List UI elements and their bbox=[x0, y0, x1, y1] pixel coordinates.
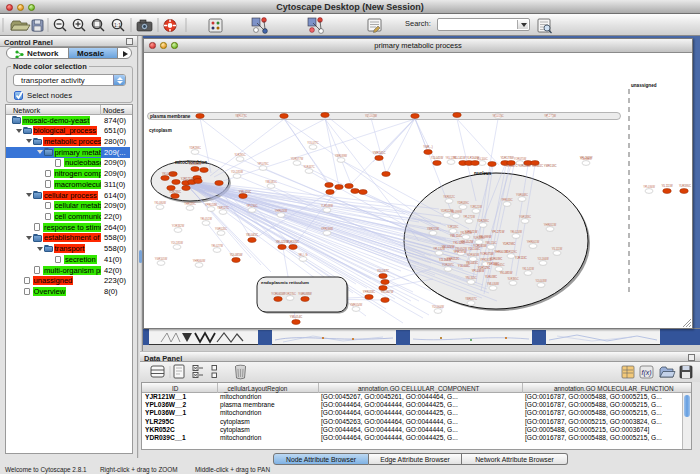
svg-text:YKR052C: YKR052C bbox=[443, 195, 455, 199]
svg-text:YLR295C: YLR295C bbox=[234, 153, 245, 157]
svg-text:YFR033C: YFR033C bbox=[501, 198, 513, 202]
svg-text:YMR054W: YMR054W bbox=[350, 303, 363, 307]
svg-text:YBL045C: YBL045C bbox=[246, 233, 258, 237]
svg-text:YMR145C: YMR145C bbox=[373, 151, 386, 155]
svg-text:unassigned: unassigned bbox=[631, 83, 657, 88]
svg-text:YGR...): YGR...) bbox=[423, 145, 432, 149]
svg-text:YKL016C: YKL016C bbox=[492, 114, 503, 118]
svg-text:cytoplasm: cytoplasm bbox=[149, 128, 172, 133]
svg-text:YDR039C: YDR039C bbox=[457, 201, 469, 205]
svg-text:YPL036W: YPL036W bbox=[643, 185, 655, 189]
svg-text:YJL166W: YJL166W bbox=[537, 257, 549, 261]
svg-text:YGR183C: YGR183C bbox=[487, 262, 500, 266]
svg-text:YHR001W: YHR001W bbox=[527, 240, 540, 244]
svg-text:YHR060W: YHR060W bbox=[193, 259, 206, 263]
svg-text:YHR026W: YHR026W bbox=[275, 209, 288, 213]
svg-text:YJR121W: YJR121W bbox=[470, 205, 482, 209]
svg-text:YIL111W: YIL111W bbox=[661, 184, 672, 188]
svg-text:YOR297C: YOR297C bbox=[442, 263, 454, 267]
svg-text:YDR529C: YDR529C bbox=[478, 266, 491, 270]
svg-text:YLR148W: YLR148W bbox=[321, 204, 333, 208]
svg-text:YDL004W: YDL004W bbox=[365, 114, 377, 118]
svg-text:YDR039C: YDR039C bbox=[490, 257, 503, 261]
svg-text:YJR121W: YJR121W bbox=[181, 177, 194, 181]
svg-text:YML120C: YML120C bbox=[239, 190, 251, 194]
svg-text:YDR178W: YDR178W bbox=[500, 156, 514, 160]
svg-text:YML081C: YML081C bbox=[265, 180, 277, 184]
svg-text:YOR075W: YOR075W bbox=[514, 157, 527, 161]
svg-text:YJL166W: YJL166W bbox=[439, 258, 451, 262]
svg-text:YIL111W: YIL111W bbox=[552, 247, 563, 251]
svg-text:YEL024W: YEL024W bbox=[276, 240, 289, 244]
svg-text:YJR113C: YJR113C bbox=[515, 256, 527, 260]
svg-text:YBR251W: YBR251W bbox=[427, 227, 440, 231]
svg-text:YOR065W: YOR065W bbox=[473, 244, 487, 248]
svg-text:YGR183C: YGR183C bbox=[519, 215, 531, 219]
svg-text:YKL141W YLR164W: YKL141W YLR164W bbox=[453, 156, 479, 160]
svg-text:YKL067W: YKL067W bbox=[381, 290, 394, 294]
svg-text:YJR121W: YJR121W bbox=[465, 230, 478, 234]
svg-text:YML030W: YML030W bbox=[487, 282, 500, 286]
svg-text:YDL004W: YDL004W bbox=[189, 162, 202, 166]
svg-text:nucleus: nucleus bbox=[474, 171, 492, 176]
svg-text:YML054C: YML054C bbox=[290, 315, 302, 319]
svg-text:YLR038C: YLR038C bbox=[485, 275, 497, 279]
svg-text:YOR270C: YOR270C bbox=[284, 292, 296, 296]
svg-text:YPL271W: YPL271W bbox=[492, 230, 505, 234]
svg-text:YKL085W: YKL085W bbox=[500, 271, 513, 275]
svg-text:YLR305C: YLR305C bbox=[287, 240, 299, 244]
svg-text:YOL077C: YOL077C bbox=[307, 141, 319, 145]
svg-text:YBR039W: YBR039W bbox=[335, 154, 348, 158]
svg-text:YEL047C YJR051W YLL041C YMR118: YEL047C YJR051W YLL041C YMR118C bbox=[505, 164, 556, 168]
svg-text:YPL262W: YPL262W bbox=[580, 156, 593, 160]
svg-text:YEL024W: YEL024W bbox=[442, 245, 455, 249]
svg-text:YBL099W: YBL099W bbox=[479, 235, 492, 239]
svg-text:YPR191W: YPR191W bbox=[453, 250, 466, 254]
svg-text:YFR033C: YFR033C bbox=[363, 290, 375, 294]
svg-text:YHR001W: YHR001W bbox=[494, 250, 508, 254]
svg-text:YGR105W: YGR105W bbox=[155, 257, 168, 261]
svg-text:YEL024W: YEL024W bbox=[510, 230, 522, 234]
svg-text:YOR332W: YOR332W bbox=[172, 224, 185, 228]
svg-text:YBR037C: YBR037C bbox=[235, 114, 247, 118]
svg-text:YDR322W: YDR322W bbox=[441, 209, 454, 213]
svg-text:YBR127C: YBR127C bbox=[217, 206, 229, 210]
svg-text:YJR113C: YJR113C bbox=[448, 225, 459, 229]
svg-text:YLR447C: YLR447C bbox=[303, 165, 314, 169]
svg-text:1:1: 1:1 bbox=[114, 22, 121, 28]
svg-text:YDL085W: YDL085W bbox=[230, 253, 243, 257]
svg-text:YJL045W: YJL045W bbox=[431, 156, 443, 160]
svg-text:YKL141W: YKL141W bbox=[522, 267, 534, 271]
svg-text:YNL052W: YNL052W bbox=[461, 240, 474, 244]
svg-text:YEL051W: YEL051W bbox=[200, 217, 212, 221]
svg-text:YOR075W: YOR075W bbox=[480, 252, 494, 256]
svg-text:YEL), G: YEL), G bbox=[298, 253, 307, 257]
svg-text:YPL234C: YPL234C bbox=[246, 204, 257, 208]
svg-text:YPL078C: YPL078C bbox=[257, 162, 268, 166]
svg-text:YBL045C: YBL045C bbox=[466, 261, 478, 265]
svg-text:YGR088W: YGR088W bbox=[298, 292, 312, 296]
svg-text:YDR298C: YDR298C bbox=[477, 219, 489, 223]
svg-text:YOR065W: YOR065W bbox=[467, 253, 480, 257]
svg-text:YLR295C: YLR295C bbox=[169, 190, 181, 194]
svg-text:YML110C: YML110C bbox=[485, 241, 496, 245]
svg-text:YBR037C: YBR037C bbox=[465, 297, 477, 301]
svg-text:YNL315C: YNL315C bbox=[465, 276, 476, 280]
svg-text:YML110C: YML110C bbox=[450, 234, 462, 238]
svg-text:YHR039C: YHR039C bbox=[184, 202, 196, 206]
svg-text:YKL080W: YKL080W bbox=[154, 201, 166, 205]
svg-text:YGR020C: YGR020C bbox=[215, 227, 227, 231]
svg-text:YDR377W: YDR377W bbox=[291, 157, 304, 161]
svg-text:YPR036W: YPR036W bbox=[321, 227, 334, 231]
svg-text:YDR298C: YDR298C bbox=[503, 242, 516, 246]
svg-text:YPR020W: YPR020W bbox=[205, 203, 218, 207]
svg-text:YDL185W: YDL185W bbox=[231, 170, 243, 174]
svg-text:YEL027W: YEL027W bbox=[211, 244, 223, 248]
svg-text:plasma membrane: plasma membrane bbox=[150, 114, 191, 119]
svg-text:endoplasmic reticulum: endoplasmic reticulum bbox=[261, 280, 309, 285]
svg-text:YLR395C: YLR395C bbox=[679, 184, 691, 188]
svg-text:YPL271W: YPL271W bbox=[544, 114, 556, 118]
svg-text:YDR298C: YDR298C bbox=[189, 146, 201, 150]
svg-text:YLR395C: YLR395C bbox=[507, 277, 518, 281]
svg-text:f(x): f(x) bbox=[642, 369, 652, 377]
